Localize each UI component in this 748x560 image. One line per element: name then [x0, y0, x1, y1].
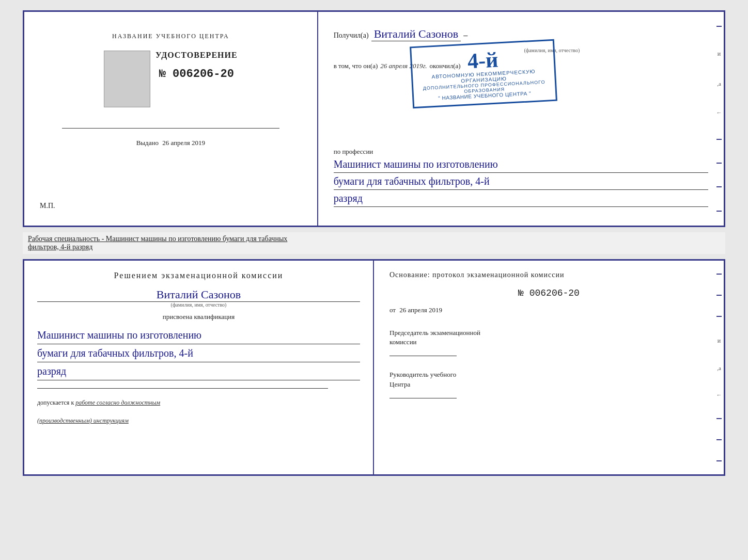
dopuskaetsya-line: допускается к работе согласно должностны…	[37, 399, 360, 407]
profession-line3: разряд	[334, 190, 708, 207]
issued-date: 26 апреля 2019	[162, 139, 205, 147]
edge-mark-and: и	[718, 50, 721, 58]
recipient-dash: –	[463, 30, 467, 40]
bedge-line-2	[716, 295, 722, 296]
stamp-overlay: 4-й АВТОНОМНУЮ НЕКОММЕРЧЕСКУЮ ОРГАНИЗАЦИ…	[410, 39, 557, 108]
bottom-fio-hint: (фамилия, имя, отчество)	[37, 302, 360, 308]
bedge-line-5	[716, 439, 722, 440]
document-container: НАЗВАНИЕ УЧЕБНОГО ЦЕНТРА УДОСТОВЕРЕНИЕ №…	[23, 10, 725, 476]
bottom-right-edge-decoration: и ,а ←	[714, 261, 724, 474]
qualification-line3: разряд	[37, 362, 360, 380]
bedge-line-4	[716, 418, 722, 419]
qualification-block: Машинист машины по изготовлению бумаги д…	[37, 326, 360, 380]
dopuskaetsya-line2: (производственным) инструкциям	[37, 417, 360, 425]
udostoverenie-title: УДОСТОВЕРЕНИЕ	[155, 51, 238, 60]
photo-placeholder	[104, 51, 150, 107]
bedge-mark-arrow: ←	[716, 392, 722, 398]
edge-line-1	[716, 26, 722, 27]
edge-mark-ya: ,а	[717, 81, 721, 87]
stamp-rank: 4-й	[467, 49, 498, 72]
edge-line-2	[716, 139, 722, 140]
specialty-text-prefix: Рабочая специальность - Машинист машины …	[28, 235, 287, 243]
recipient-line: Получил(а) Виталий Сазонов –	[334, 27, 708, 41]
cert-left-panel: НАЗВАНИЕ УЧЕБНОГО ЦЕНТРА УДОСТОВЕРЕНИЕ №…	[24, 12, 318, 226]
dopuskaetsya-label: допускается к	[37, 399, 74, 406]
mp-label: М.П.	[35, 202, 55, 210]
right-edge-decoration: и ,а ←	[714, 12, 724, 226]
bottom-right-panel: Основание: протокол экзаменационной коми…	[374, 261, 724, 474]
bottom-person-name: Виталий Сазонов	[37, 288, 360, 302]
bedge-line-1	[716, 274, 722, 275]
rukovoditel-text: Руководитель учебного Центра	[389, 371, 456, 388]
dopuskaetsya-value1: работе согласно должностным	[75, 399, 160, 406]
profession-line2: бумаги для табачных фильтров, 4-й	[334, 173, 708, 190]
specialty-text-suffix: фильтров, 4-й разряд	[28, 243, 92, 251]
bedge-line-3	[716, 316, 722, 317]
rukovoditel-signature-line	[389, 398, 457, 398]
bedge-mark-ya: ,а	[717, 365, 721, 371]
edge-mark-arrow: ←	[716, 109, 722, 116]
protocol-date: 26 апреля 2019	[399, 306, 442, 314]
specialty-label-line2: фильтров, 4-й разряд	[28, 243, 720, 251]
issued-line: Выдано 26 апреля 2019	[136, 139, 205, 147]
po-professii-label: по профессии	[334, 148, 708, 156]
cert-number-top: № 006206-20	[159, 68, 234, 81]
protocol-date-line: от 26 апреля 2019	[389, 306, 708, 314]
top-certificate: НАЗВАНИЕ УЧЕБНОГО ЦЕНТРА УДОСТОВЕРЕНИЕ №…	[23, 10, 725, 227]
ot-label: от	[389, 306, 396, 314]
recipient-prefix: Получил(а)	[334, 31, 369, 40]
bedge-mark-and: и	[718, 337, 721, 345]
vtom-label: в том, что он(а)	[334, 62, 378, 70]
edge-line-3	[716, 163, 722, 164]
dopuskaetsya-value2: (производственным) инструкциям	[37, 417, 129, 424]
edge-line-5	[716, 211, 722, 212]
specialty-banner: Рабочая специальность - Машинист машины …	[23, 232, 725, 254]
cert-right-panel: Получил(а) Виталий Сазонов – (фамилия, и…	[318, 12, 724, 226]
bottom-certificate: Решением экзаменационной комиссии Витали…	[23, 259, 725, 476]
predsedatel-text: Председатель экзаменационной комиссии	[389, 329, 480, 346]
predsedatel-signature-line	[389, 356, 457, 356]
recipient-name-top: Виталий Сазонов	[371, 27, 461, 41]
specialty-label-line1: Рабочая специальность - Машинист машины …	[28, 235, 720, 243]
predsedatel-label: Председатель экзаменационной комиссии	[389, 328, 708, 347]
edge-line-4	[716, 186, 722, 187]
resheniem-title: Решением экзаменационной комиссии	[37, 271, 360, 280]
profession-line1: Машинист машины по изготовлению	[334, 156, 708, 173]
qualification-line2: бумаги для табачных фильтров, 4-й	[37, 344, 360, 362]
qualification-line1: Машинист машины по изготовлению	[37, 326, 360, 344]
org-name-label-top: НАЗВАНИЕ УЧЕБНОГО ЦЕНТРА	[112, 33, 229, 40]
rukovoditel-label: Руководитель учебного Центра	[389, 370, 708, 389]
issued-label: Выдано	[136, 139, 159, 147]
protocol-number: № 006206-20	[389, 288, 708, 298]
bottom-left-panel: Решением экзаменационной комиссии Витали…	[24, 261, 374, 474]
osnovanie-title: Основание: протокол экзаменационной коми…	[389, 271, 708, 279]
bedge-line-6	[716, 460, 722, 461]
prisvoyena-label: присвоена квалификация	[37, 313, 360, 321]
